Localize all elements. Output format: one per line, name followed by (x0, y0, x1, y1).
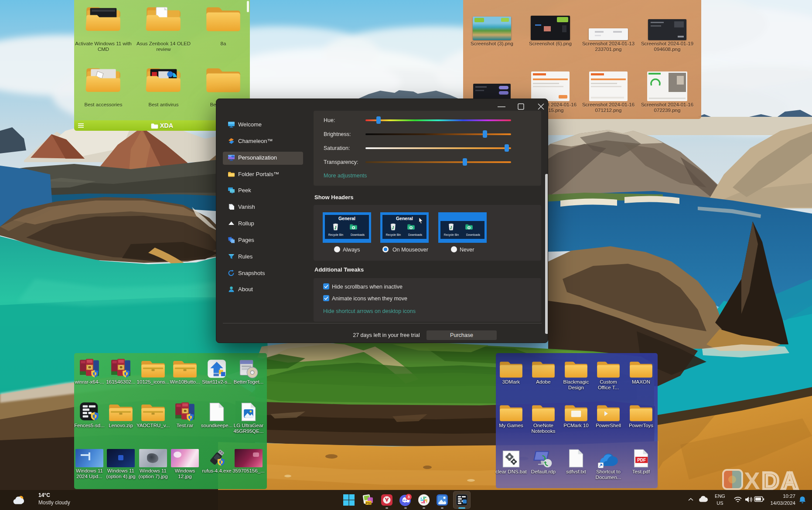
svg-text:PS1: PS1 (366, 502, 372, 505)
svg-text:A: A (781, 467, 798, 491)
svg-text:3: 3 (407, 495, 409, 499)
svg-text:D: D (762, 467, 779, 491)
svg-text:X: X (744, 467, 760, 491)
